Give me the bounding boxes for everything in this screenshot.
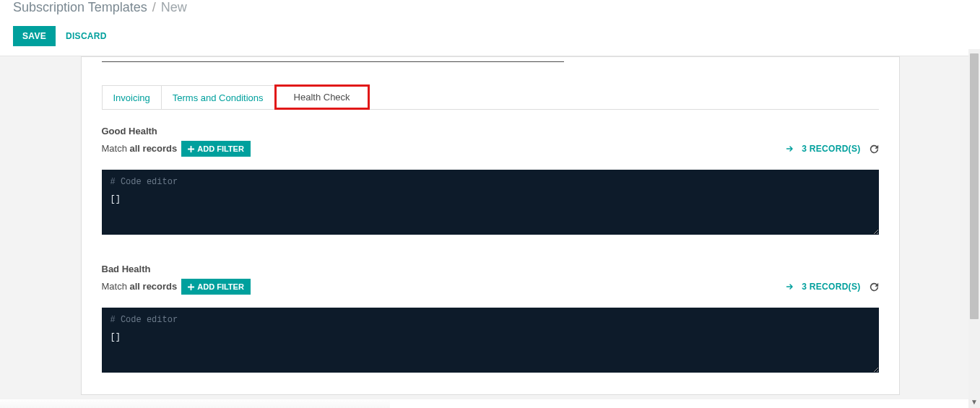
scroll-arrow-down-icon[interactable]: ▼ [968,396,980,408]
good-health-title: Good Health [102,126,879,136]
good-code-comment: # Code editor [110,177,178,187]
bad-add-filter-label: ADD FILTER [197,282,244,291]
plus-icon [188,282,194,291]
bad-code-editor[interactable]: # Code editor [] [102,308,879,373]
good-code-editor[interactable]: # Code editor [] [102,170,879,235]
good-records-link[interactable]: 3 RECORD(S) [786,144,860,154]
good-code-body: [] [110,194,870,204]
bad-add-filter-button[interactable]: ADD FILTER [181,279,251,295]
bottom-shadow [0,398,390,408]
tab-terms[interactable]: Terms and Conditions [162,85,275,110]
tab-health-check[interactable]: Health Check [274,84,370,110]
bad-refresh-icon[interactable] [870,281,879,292]
breadcrumb: Subscription Templates / New [13,0,967,16]
bad-records-count: 3 RECORD(S) [802,282,860,292]
save-button[interactable]: SAVE [13,26,56,46]
tab-bar: Invoicing Terms and Conditions Health Ch… [102,84,879,110]
bad-match-bold: all records [130,281,178,292]
tab-invoicing[interactable]: Invoicing [102,85,162,110]
good-match-prefix: Match [102,143,130,154]
bad-records-link[interactable]: 3 RECORD(S) [786,282,860,292]
good-add-filter-label: ADD FILTER [197,144,244,153]
bad-code-comment: # Code editor [110,315,178,325]
breadcrumb-current: New [161,0,187,14]
good-match-bold: all records [130,143,178,154]
breadcrumb-root[interactable]: Subscription Templates [13,0,147,14]
section-good-health: Good Health Match all records ADD FILTER [102,126,879,235]
bad-code-body: [] [110,332,870,342]
bad-health-title: Bad Health [102,264,879,274]
good-refresh-icon[interactable] [870,143,879,154]
scroll-thumb[interactable] [970,53,979,319]
form-sheet: Invoicing Terms and Conditions Health Ch… [81,56,900,395]
title-input-underline[interactable] [102,61,564,62]
section-bad-health: Bad Health Match all records ADD FILTER [102,264,879,373]
bad-match-prefix: Match [102,281,130,292]
arrow-right-icon [786,282,794,292]
good-match-text: Match all records [102,143,178,154]
good-add-filter-button[interactable]: ADD FILTER [181,141,251,157]
breadcrumb-sep: / [151,0,157,14]
good-records-count: 3 RECORD(S) [802,144,860,154]
bad-match-text: Match all records [102,281,178,292]
plus-icon [188,144,194,153]
discard-button[interactable]: DISCARD [66,31,107,41]
vertical-scrollbar[interactable]: ▼ [968,49,980,408]
arrow-right-icon [786,144,794,154]
